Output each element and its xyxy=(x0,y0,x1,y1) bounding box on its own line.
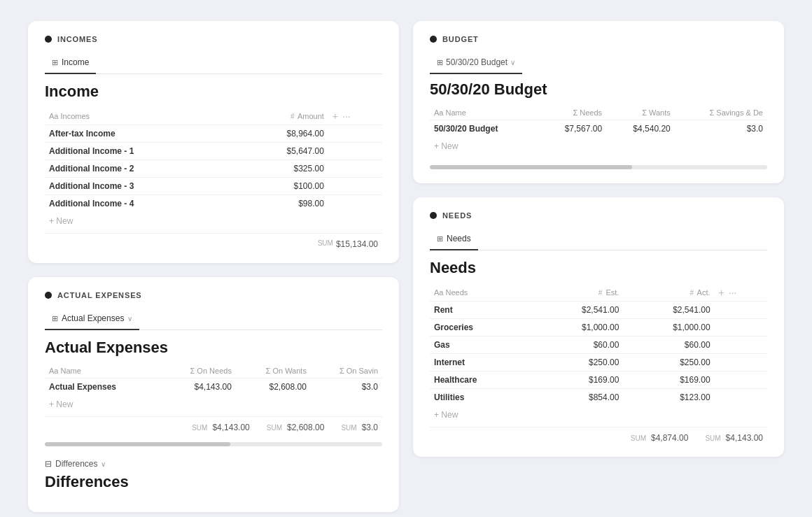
needs-row-est: $60.00 xyxy=(532,337,623,354)
needs-more-icon[interactable]: ··· xyxy=(729,287,737,298)
differences-section: ⊟ Differences ∨ Differences xyxy=(45,459,382,491)
budget-dropdown-label: 50/30/20 Budget xyxy=(446,57,507,67)
income-table-row[interactable]: Additional Income - 2 $325.00 xyxy=(45,160,382,178)
savings-sum-value: $3.0 xyxy=(362,423,378,432)
actual-expenses-add-new[interactable]: + New xyxy=(45,395,382,413)
needs-row-name: Internet xyxy=(430,354,532,371)
needs-table-row[interactable]: Groceries $1,000.00 $1,000.00 xyxy=(430,319,767,337)
needs-col-act: # Act. xyxy=(623,284,714,302)
actual-expenses-tab-icon: ⊞ xyxy=(52,314,58,323)
incomes-tab-bar: ⊞ Income xyxy=(45,53,382,74)
budget-dropdown[interactable]: ⊞ 50/30/20 Budget ∨ xyxy=(430,53,522,74)
needs-table-row[interactable]: Gas $60.00 $60.00 xyxy=(430,337,767,354)
left-column: INCOMES ⊞ Income Income Aa Incomes # Amo… xyxy=(28,21,399,512)
budget-progress-fill xyxy=(430,165,632,169)
needs-tab-icon: ⊞ xyxy=(437,234,443,243)
needs-row-actions xyxy=(715,371,767,389)
budget-table-row[interactable]: 50/30/20 Budget $7,567.00 $4,540.20 $3.0 xyxy=(430,120,767,138)
more-options-icon[interactable]: ··· xyxy=(342,111,351,122)
income-add-new[interactable]: + New xyxy=(45,212,382,230)
needs-add-new[interactable]: + New xyxy=(430,406,767,424)
needs-col-est: # Est. xyxy=(532,284,623,302)
wants-sum-value: $2,608.00 xyxy=(287,423,324,432)
add-column-icon[interactable]: + xyxy=(332,111,338,122)
budget-tab-icon: ⊞ xyxy=(437,58,443,67)
needs-header-row: Aa Needs # Est. # Act. + ··· xyxy=(430,284,767,302)
actual-expenses-tab-bar: ⊞ Actual Expenses ∨ xyxy=(45,309,382,330)
main-container: INCOMES ⊞ Income Income Aa Incomes # Amo… xyxy=(28,21,784,512)
income-table-row[interactable]: After-tax Income $8,964.00 xyxy=(45,125,382,143)
needs-row-actions xyxy=(715,337,767,354)
budget-row-needs: $7,567.00 xyxy=(538,120,606,138)
needs-row-actions xyxy=(715,319,767,337)
needs-tab[interactable]: ⊞ Needs xyxy=(430,229,478,250)
actual-expenses-progress-fill xyxy=(45,442,230,446)
income-sum-row: SUM $15,134.00 xyxy=(45,233,382,249)
income-row-name: After-tax Income xyxy=(45,125,235,143)
actual-expenses-progress-bar xyxy=(45,442,382,446)
hash-icon: # xyxy=(290,113,295,120)
needs-row-est: $2,541.00 xyxy=(532,302,623,319)
income-sum-label: SUM xyxy=(318,239,333,249)
needs-row-act: $1,000.00 xyxy=(623,319,714,337)
budget-dropdown-chevron: ∨ xyxy=(510,59,515,66)
needs-row-est: $169.00 xyxy=(532,371,623,389)
income-table: Aa Incomes # Amount + ··· Af xyxy=(45,108,382,212)
income-table-header-row: Aa Incomes # Amount + ··· xyxy=(45,108,382,125)
actual-expenses-dot xyxy=(45,292,52,299)
est-sum-value: $4,874.00 xyxy=(651,433,688,443)
needs-table-row[interactable]: Utilities $854.00 $123.00 xyxy=(430,389,767,406)
budget-add-new-label: + New xyxy=(434,141,458,151)
actual-expenses-header-row: Aa Name Σ On Needs Σ On Wants Σ On Savin xyxy=(45,364,382,378)
differences-tab[interactable]: ⊟ Differences ∨ xyxy=(45,459,382,469)
est-sum-group: SUM $4,874.00 xyxy=(631,433,689,443)
act-sum-group: SUM $4,143.00 xyxy=(705,433,763,443)
income-row-amount: $98.00 xyxy=(235,195,328,213)
needs-table-body: Rent $2,541.00 $2,541.00 Groceries $1,00… xyxy=(430,302,767,406)
wants-sum-group: SUM $2,608.00 xyxy=(267,423,325,432)
budget-progress-bar xyxy=(430,165,767,169)
needs-table-row[interactable]: Rent $2,541.00 $2,541.00 xyxy=(430,302,767,319)
needs-sum-value: $4,143.00 xyxy=(212,423,249,432)
income-row-amount: $100.00 xyxy=(235,178,328,195)
needs-row-est: $854.00 xyxy=(532,389,623,406)
budget-dot xyxy=(430,36,437,43)
income-tab-label: Income xyxy=(62,57,89,67)
actual-expenses-chevron-icon: ∨ xyxy=(127,315,132,323)
needs-title: NEEDS xyxy=(442,211,472,220)
wants-sum-label: SUM xyxy=(267,424,282,432)
actual-expenses-card: ACTUAL EXPENSES ⊞ Actual Expenses ∨ Actu… xyxy=(28,277,399,512)
needs-add-new-label: + New xyxy=(434,410,458,420)
income-tab-icon: ⊞ xyxy=(52,58,58,67)
budget-col-name: Aa Name xyxy=(430,106,538,120)
budget-add-new[interactable]: + New xyxy=(430,137,767,155)
needs-table-row[interactable]: Healthcare $169.00 $169.00 xyxy=(430,371,767,389)
actual-expenses-table-row[interactable]: Actual Expenses $4,143.00 $2,608.00 $3.0 xyxy=(45,378,382,396)
budget-table-title: 50/30/20 Budget xyxy=(430,80,767,99)
col-name-header: Aa Name xyxy=(45,364,160,378)
needs-table-row[interactable]: Internet $250.00 $250.00 xyxy=(430,354,767,371)
income-row-amount: $5,647.00 xyxy=(235,143,328,160)
needs-row-act: $60.00 xyxy=(623,337,714,354)
actual-expenses-table-title: Actual Expenses xyxy=(45,339,382,357)
budget-title: BUDGET xyxy=(442,35,479,43)
income-tab[interactable]: ⊞ Income xyxy=(45,53,96,74)
actual-expenses-tab[interactable]: ⊞ Actual Expenses ∨ xyxy=(45,309,139,330)
budget-section-header: BUDGET xyxy=(430,35,767,43)
income-row-actions xyxy=(328,160,382,178)
actual-expenses-title: ACTUAL EXPENSES xyxy=(57,291,142,299)
needs-row-name: Utilities xyxy=(430,389,532,406)
col-on-savings-header: Σ On Savin xyxy=(311,364,382,378)
income-table-row[interactable]: Additional Income - 4 $98.00 xyxy=(45,195,382,213)
needs-row-name: Rent xyxy=(430,302,532,319)
needs-row-actions xyxy=(715,389,767,406)
needs-row-est: $250.00 xyxy=(532,354,623,371)
needs-add-col-icon[interactable]: + xyxy=(719,287,724,298)
income-row-actions xyxy=(328,125,382,143)
income-table-row[interactable]: Additional Income - 3 $100.00 xyxy=(45,178,382,195)
ae-row-needs: $4,143.00 xyxy=(160,378,236,396)
income-table-row[interactable]: Additional Income - 1 $5,647.00 xyxy=(45,143,382,160)
income-table-title: Income xyxy=(45,83,382,101)
income-table-body: After-tax Income $8,964.00 Additional In… xyxy=(45,125,382,213)
budget-tab-bar: ⊞ 50/30/20 Budget ∨ xyxy=(430,53,767,73)
